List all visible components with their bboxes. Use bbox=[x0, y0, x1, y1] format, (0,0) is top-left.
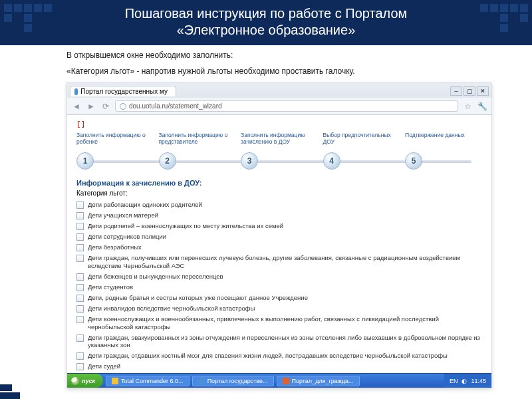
step-number-circle: 1 bbox=[76, 152, 94, 170]
language-indicator[interactable]: EN bbox=[450, 378, 458, 384]
checkbox[interactable] bbox=[76, 363, 84, 370]
checkbox[interactable] bbox=[76, 334, 84, 342]
benefit-label: Дети граждан, получивших или перенесших … bbox=[88, 254, 482, 270]
close-button[interactable]: ✕ bbox=[477, 86, 489, 96]
clock: 11:45 bbox=[471, 378, 486, 384]
wizard-step-1[interactable]: Заполнить информацию о ребенке 1 bbox=[76, 132, 154, 170]
checkbox[interactable] bbox=[76, 244, 84, 251]
step-label: Заполнить информацию о представителе bbox=[159, 132, 236, 152]
benefit-item: Дети работающих одиноких родителей bbox=[76, 200, 482, 210]
decoration-bottom-left bbox=[0, 379, 40, 399]
start-orb-icon bbox=[71, 377, 79, 385]
benefit-label: Дети граждан, отдавших костный мозг для … bbox=[88, 352, 448, 360]
benefit-item: Дети беженцев и вынужденных переселенцев bbox=[76, 271, 482, 282]
step-label: Заполнить информацию о ребенке bbox=[76, 132, 154, 152]
taskbar-item[interactable]: Портал государстве... bbox=[192, 376, 274, 386]
benefit-label: Дети военнослужащих и военнообязанных, п… bbox=[88, 315, 482, 331]
benefit-item: Дети военнослужащих и военнообязанных, п… bbox=[76, 314, 482, 332]
slide-title-line1: Пошаговая инструкция по работе с Портало… bbox=[27, 5, 505, 22]
benefit-label: Дети безработных bbox=[88, 243, 142, 251]
benefit-item: Дети граждан, получивших или перенесших … bbox=[76, 253, 482, 271]
browser-chrome: Портал государственных му – ▢ ✕ ◄ ► ⟳ do… bbox=[67, 83, 491, 115]
benefit-item: Дети граждан, отдавших костный мозг для … bbox=[76, 350, 482, 361]
checkbox[interactable] bbox=[76, 273, 84, 281]
app-icon bbox=[112, 378, 118, 384]
favicon-icon bbox=[74, 88, 78, 95]
browser-window: Портал государственных му – ▢ ✕ ◄ ► ⟳ do… bbox=[66, 82, 492, 388]
tray-icon[interactable]: ◐ bbox=[462, 378, 467, 384]
step-label: Выбор предпочтительных ДОУ bbox=[323, 132, 400, 152]
checkbox[interactable] bbox=[76, 352, 84, 360]
minimize-button[interactable]: – bbox=[450, 86, 462, 96]
wizard-step-4[interactable]: Выбор предпочтительных ДОУ 4 bbox=[323, 132, 400, 170]
checkbox[interactable] bbox=[76, 212, 84, 219]
wizard-steps: Заполнить информацию о ребенке 1 Заполни… bbox=[76, 132, 482, 170]
globe-icon bbox=[120, 103, 126, 110]
benefit-label: Дети студентов bbox=[88, 283, 133, 291]
benefit-label: Дети судей bbox=[88, 362, 120, 370]
benefit-item: Дети судей bbox=[76, 361, 482, 372]
checkbox[interactable] bbox=[76, 233, 84, 241]
step-number-circle: 5 bbox=[405, 152, 422, 170]
back-button[interactable]: ◄ bbox=[71, 101, 82, 112]
benefit-item: Дети граждан, эвакуированных из зоны отч… bbox=[76, 332, 482, 351]
benefit-item: Дети сотрудников полиции bbox=[76, 231, 482, 242]
bookmark-icon[interactable]: ☆ bbox=[462, 101, 473, 112]
intro-text-2: «Категория льгот» - напротив нужной льго… bbox=[66, 66, 492, 76]
decoration-top-right bbox=[480, 4, 528, 32]
window-controls: – ▢ ✕ bbox=[450, 86, 489, 96]
benefit-checkbox-list: Дети работающих одиноких родителейДети у… bbox=[76, 200, 482, 372]
forward-button[interactable]: ► bbox=[86, 101, 96, 112]
system-tray: EN ◐ 11:45 bbox=[444, 374, 491, 388]
checkbox[interactable] bbox=[76, 255, 84, 262]
benefit-item: Дети студентов bbox=[76, 282, 482, 293]
reload-button[interactable]: ⟳ bbox=[100, 101, 111, 112]
benefit-label: Дети беженцев и вынужденных переселенцев bbox=[88, 273, 223, 281]
maximize-button[interactable]: ▢ bbox=[464, 86, 475, 96]
start-label: пуск bbox=[82, 378, 95, 384]
slide-title-bar: Пошаговая инструкция по работе с Портало… bbox=[0, 0, 532, 45]
address-bar[interactable]: dou.uotula.ru/statement_wizard bbox=[115, 100, 458, 112]
benefit-item: Дети безработных bbox=[76, 242, 482, 253]
checkbox[interactable] bbox=[76, 284, 84, 291]
step-number-circle: 2 bbox=[159, 152, 176, 170]
app-icon bbox=[283, 378, 289, 384]
page-content: [] Заполнить информацию о ребенке 1 Запо… bbox=[67, 115, 491, 373]
tab-strip: Портал государственных му – ▢ ✕ bbox=[67, 83, 491, 98]
benefit-label: Дети учащихся матерей bbox=[88, 211, 158, 219]
browser-tab[interactable]: Портал государственных му bbox=[70, 86, 176, 96]
wrench-icon[interactable]: 🔧 bbox=[477, 101, 487, 112]
wizard-step-3[interactable]: Заполнить информацию зачислению в ДОУ 3 bbox=[241, 132, 318, 170]
benefit-label: Дети сотрудников полиции bbox=[88, 233, 166, 241]
intro-text-1: В открывшемся окне необходимо заполнить: bbox=[66, 51, 492, 60]
benefit-label: Дети инвалидов вследствие чернобыльской … bbox=[88, 305, 255, 313]
checkbox[interactable] bbox=[76, 295, 84, 302]
decoration-top-left bbox=[4, 4, 52, 32]
benefit-item: Дети инвалидов вследствие чернобыльской … bbox=[76, 303, 482, 314]
start-button[interactable]: пуск bbox=[67, 374, 103, 388]
step-label: Заполнить информацию зачислению в ДОУ bbox=[241, 132, 318, 152]
step-label: Подтвержение данных bbox=[405, 132, 482, 152]
wizard-step-2[interactable]: Заполнить информацию о представителе 2 bbox=[159, 132, 236, 170]
benefit-label: Дети, родные братья и сестры которых уже… bbox=[88, 294, 308, 302]
benefit-item: Дети учащихся матерей bbox=[76, 210, 482, 221]
slide-title-line2: «Электронное образование» bbox=[27, 22, 505, 39]
step-number-circle: 3 bbox=[241, 152, 258, 170]
wizard-step-5[interactable]: Подтвержение данных 5 bbox=[405, 132, 482, 170]
tab-title: Портал государственных му bbox=[80, 88, 168, 95]
app-icon bbox=[198, 378, 205, 384]
windows-taskbar: пуск Total Commander 6.0... Портал госуд… bbox=[67, 373, 491, 388]
checkbox[interactable] bbox=[76, 305, 84, 313]
taskbar-item[interactable]: Total Commander 6.0... bbox=[106, 376, 190, 386]
taskbar-item[interactable]: Портал_для_гражда... bbox=[277, 376, 360, 386]
checkbox[interactable] bbox=[76, 201, 84, 209]
benefit-label: Дети работающих одиноких родителей bbox=[88, 201, 202, 209]
benefit-label: Дети граждан, эвакуированных из зоны отч… bbox=[88, 334, 482, 350]
step-number-circle: 4 bbox=[323, 152, 340, 170]
benefit-label: Дети родителей – военнослужащих по месту… bbox=[88, 222, 283, 230]
checkbox[interactable] bbox=[76, 316, 84, 323]
url-text: dou.uotula.ru/statement_wizard bbox=[129, 102, 222, 110]
benefit-item: Дети, родные братья и сестры которых уже… bbox=[76, 293, 482, 303]
benefit-item: Дети родителей – военнослужащих по месту… bbox=[76, 221, 482, 231]
checkbox[interactable] bbox=[76, 223, 84, 230]
